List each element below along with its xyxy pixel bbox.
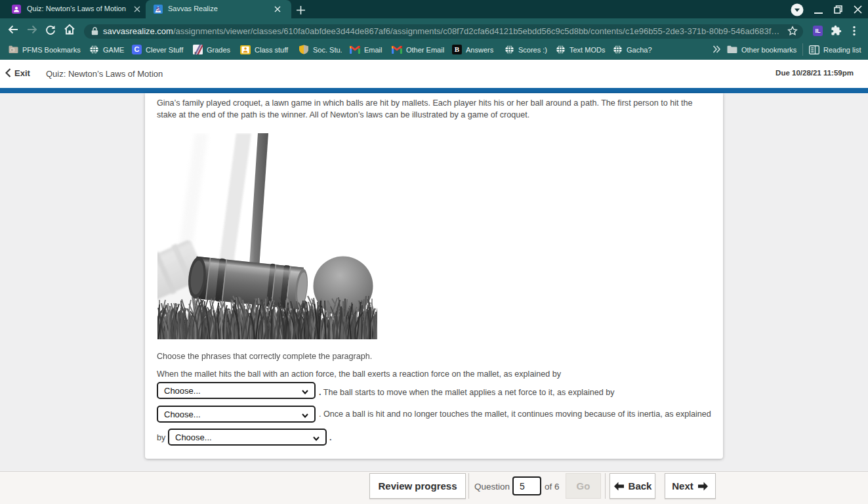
svg-text:s: s (194, 51, 196, 54)
svg-text:S: S (156, 6, 160, 12)
